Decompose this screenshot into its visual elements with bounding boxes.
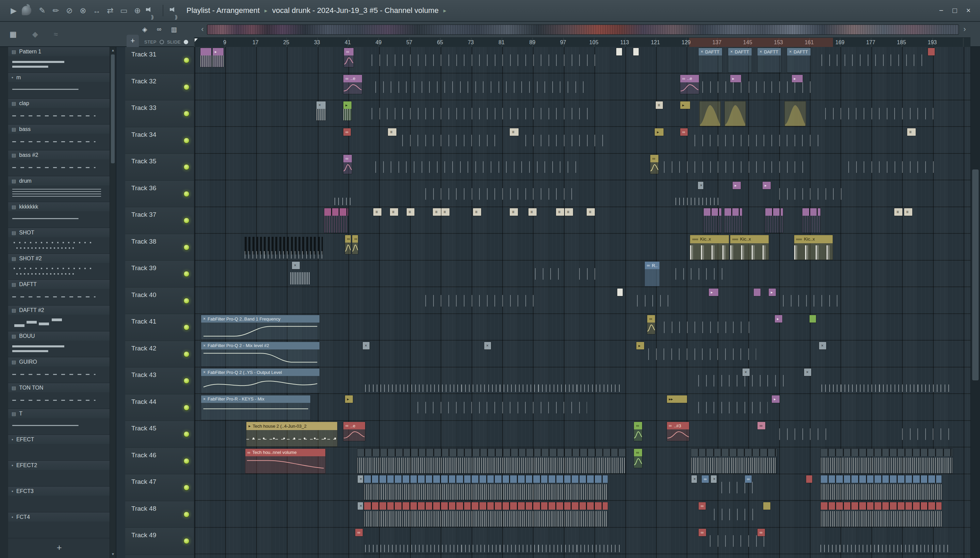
- clip[interactable]: ▸: [212, 48, 224, 67]
- track-name[interactable]: Track 37: [131, 211, 156, 218]
- track-header[interactable]: Track 40: [125, 287, 194, 314]
- clip[interactable]: [365, 545, 623, 552]
- clip[interactable]: ×: [357, 502, 363, 510]
- pattern-item-shot[interactable]: ▤SHOT: [8, 228, 110, 254]
- clip[interactable]: ▸: [732, 181, 741, 190]
- clip[interactable]: ▸: [775, 315, 783, 323]
- track-name[interactable]: Track 40: [131, 291, 156, 299]
- clip[interactable]: ≡: [432, 208, 442, 216]
- clip[interactable]: [200, 48, 212, 67]
- clip-kic-x[interactable]: ∞∞Kic..x: [690, 235, 729, 260]
- play-icon[interactable]: ▶: [7, 0, 20, 21]
- track-header[interactable]: Track 46: [125, 448, 194, 474]
- clip[interactable]: [535, 268, 560, 280]
- clip[interactable]: [806, 475, 813, 483]
- pattern-item-header[interactable]: ▤clap: [8, 98, 110, 108]
- pattern-item-header[interactable]: •m: [8, 73, 110, 82]
- clip[interactable]: ∞: [345, 235, 351, 254]
- track-mute-led[interactable]: [184, 111, 190, 117]
- clip[interactable]: ∞: [757, 422, 766, 430]
- clip[interactable]: ×: [484, 341, 492, 350]
- breadcrumb-item[interactable]: vocal drunk - 2024-Jun-19_3 #5 - Channel…: [272, 6, 438, 15]
- track-header[interactable]: Track 33: [125, 100, 194, 127]
- scroll-right-button[interactable]: ›: [962, 25, 968, 34]
- delete-icon[interactable]: ⊘: [62, 0, 76, 21]
- pattern-item-header[interactable]: ▤drum: [8, 176, 110, 185]
- pattern-item-daftt[interactable]: ▤DAFTT: [8, 280, 110, 305]
- clip[interactable]: ▸: [730, 74, 742, 83]
- track-mute-led[interactable]: [184, 511, 190, 517]
- track-header[interactable]: Track 48: [125, 501, 194, 528]
- clip[interactable]: ≡: [373, 208, 382, 216]
- clip[interactable]: [779, 188, 848, 200]
- clip--e[interactable]: ∞..e: [680, 74, 699, 94]
- track-header[interactable]: Track 41: [125, 314, 194, 341]
- playlist-overview-scrollbar[interactable]: [207, 25, 959, 35]
- pattern-item-m[interactable]: •m: [8, 73, 110, 98]
- pattern-item-header[interactable]: ▤TON TON: [8, 383, 110, 392]
- clip[interactable]: [335, 198, 352, 205]
- track-header[interactable]: Track 35: [125, 154, 194, 181]
- clip--3[interactable]: ∞..#3: [666, 422, 690, 441]
- clip[interactable]: ∞: [698, 502, 706, 510]
- clip-fabfilter-pro-q-2-mix-level-2[interactable]: ×FabFilter Pro-Q 2 - Mix level #2: [201, 341, 320, 367]
- clip[interactable]: ≡: [556, 208, 565, 216]
- speaker-icon[interactable]: )): [144, 0, 158, 21]
- pattern-item-header[interactable]: ▤Pattern 1: [8, 47, 110, 56]
- track-name[interactable]: Track 42: [131, 345, 156, 352]
- clip[interactable]: ∞: [698, 528, 706, 537]
- clip[interactable]: ∞: [352, 235, 358, 254]
- track-header[interactable]: Track 49: [125, 528, 194, 555]
- track-header[interactable]: Track 45: [125, 421, 194, 448]
- track-name[interactable]: Track 47: [131, 478, 156, 486]
- clip[interactable]: [699, 101, 721, 126]
- clip[interactable]: ∞: [343, 128, 351, 136]
- picker-scrollbar[interactable]: ▲ ▼: [110, 47, 116, 558]
- clip[interactable]: [714, 509, 756, 520]
- clip[interactable]: ×: [819, 341, 827, 350]
- clip[interactable]: [753, 288, 761, 296]
- clip[interactable]: [848, 161, 941, 173]
- clip[interactable]: ∞: [650, 154, 659, 174]
- clip[interactable]: [364, 502, 608, 527]
- track-name[interactable]: Track 35: [131, 158, 156, 165]
- clip[interactable]: [324, 208, 348, 233]
- scroll-left-button[interactable]: ‹: [199, 25, 205, 34]
- clip[interactable]: [245, 251, 323, 259]
- clip[interactable]: [617, 288, 623, 296]
- track-mute-led[interactable]: [184, 84, 190, 90]
- clip[interactable]: ≡: [528, 208, 537, 216]
- clip[interactable]: [765, 208, 783, 233]
- pattern-item-header[interactable]: ▤BOUU: [8, 332, 110, 341]
- clip[interactable]: [710, 535, 772, 547]
- clip[interactable]: ▸: [343, 101, 352, 121]
- pattern-item-efct3[interactable]: •EFCT3: [8, 487, 110, 512]
- clip[interactable]: [675, 268, 729, 280]
- clip[interactable]: [724, 208, 742, 233]
- clip[interactable]: [821, 448, 953, 474]
- track-name[interactable]: Track 46: [131, 451, 156, 459]
- picker-scroll-thumb[interactable]: [111, 54, 115, 163]
- clip[interactable]: [802, 208, 821, 233]
- clip[interactable]: ∞: [343, 154, 352, 174]
- clip[interactable]: [664, 322, 756, 333]
- clip[interactable]: [763, 502, 771, 510]
- playlist-grid[interactable]: ▸∞×DAFTT×DAFTT×DAFTT×DAFTT∞..e∞..e▸▸×▸≡▸…: [194, 47, 970, 558]
- clip[interactable]: ≡: [894, 208, 903, 216]
- track-mute-led[interactable]: [184, 191, 190, 197]
- clip[interactable]: [425, 295, 541, 307]
- track-name[interactable]: Track 49: [131, 532, 156, 539]
- track-name[interactable]: Track 48: [131, 505, 156, 512]
- clip[interactable]: [425, 188, 579, 200]
- track-name[interactable]: Track 41: [131, 318, 156, 325]
- track-mute-led[interactable]: [184, 377, 190, 384]
- track-mute-led[interactable]: [184, 405, 190, 411]
- clip[interactable]: ×: [698, 181, 704, 190]
- clip[interactable]: ▸: [680, 101, 690, 109]
- clip[interactable]: ▸: [772, 395, 780, 403]
- clip[interactable]: ∞: [355, 528, 363, 537]
- clip[interactable]: [724, 101, 746, 126]
- pattern-item-daftt-2[interactable]: ▤DAFTT #2: [8, 305, 110, 332]
- track-name[interactable]: Track 34: [131, 131, 156, 138]
- track-mute-led[interactable]: [184, 324, 190, 330]
